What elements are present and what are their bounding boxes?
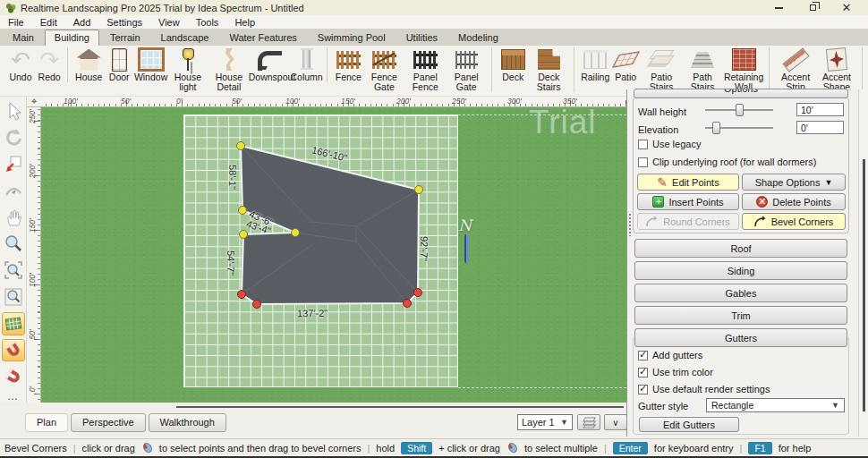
ribbon-tab[interactable]: Water Features [219,30,306,46]
checkbox-row[interactable]: Use legacy [638,139,701,149]
ribbon-tab[interactable]: Terrain [100,30,150,46]
toolbar-button[interactable]: Panel Gate [446,47,492,92]
bevel-corners-button[interactable]: Bevel Corners [742,213,846,230]
checkbox[interactable] [638,157,648,167]
insert-points-button[interactable]: + Insert Points [637,193,739,210]
toolbar-label: Undo [9,72,31,82]
ruler-label: 250' [452,97,466,106]
ruler-label: 350' [563,97,577,106]
shape-options-button[interactable]: Shape Options ▼ [742,174,846,191]
section-button[interactable]: Siding [634,261,847,280]
palette-more-ellipsis[interactable]: … [7,390,19,403]
menu-item[interactable]: Help [226,15,263,29]
view-tab[interactable]: Walkthrough [149,413,226,432]
toolbar-button[interactable]: Fence Gate [363,47,404,92]
elevation-slider[interactable] [705,122,773,134]
toolbar-button[interactable]: Column [291,47,328,82]
toolbar-button[interactable]: House Detail [208,47,250,92]
rotate-tool-icon[interactable] [2,126,25,149]
toolbar-button[interactable]: Accent Shape [816,47,863,92]
ribbon-tab[interactable]: Modeling [448,30,508,46]
toolbar-button[interactable]: Downspout [250,47,291,82]
checkbox-row[interactable]: Clip underlying roof (for wall dormers) [638,157,816,167]
titlebar: Realtime Landscaping Pro 2025 Trial by I… [0,0,868,15]
menu-item[interactable]: Edit [32,15,65,29]
panel-scrollbar[interactable] [858,89,868,437]
ribbon-tab[interactable]: Utilities [396,30,447,46]
checkbox-row[interactable]: Use default render settings [638,384,770,394]
layer-select[interactable]: Layer 1 ▼ [517,414,573,430]
section-button[interactable]: Roof [634,239,847,258]
view-tab[interactable]: Perspective [71,413,145,432]
menu-item[interactable]: View [150,15,188,29]
layers-button[interactable] [577,414,600,430]
ribbon-tab[interactable]: Main [3,30,44,46]
edit-points-button[interactable]: ✎ Edit Points [637,174,739,191]
ribbon-tab[interactable]: Building [45,30,99,46]
toolbar-label: Fence Gate [365,72,403,92]
close-button[interactable]: ✕ [841,3,852,13]
zoom-tool-icon[interactable] [2,233,25,256]
checkbox-row[interactable]: Add gutters [638,350,702,360]
wall-height-input[interactable]: 10' [796,103,844,116]
curve-tool-icon[interactable] [2,179,25,202]
toolbar-button[interactable]: Accent Strip [775,47,816,92]
checkbox-row[interactable]: Use trim color [638,367,713,377]
expand-button[interactable]: ∨ [604,414,627,430]
toolbar-button[interactable]: Redo [36,47,68,82]
view-tab[interactable]: Plan [25,413,68,432]
checkbox[interactable] [638,351,648,360]
menu-item[interactable]: File [0,15,32,29]
zoom-region-tool-icon[interactable] [2,259,25,282]
toolbar-button[interactable]: Door [104,47,134,82]
ruler-label: 100' [285,97,300,106]
checkbox[interactable] [638,140,648,149]
toolbar-button[interactable]: Path Stairs [682,47,723,92]
options-header-button[interactable]: Options [634,89,848,98]
magnet-snap-toggle[interactable] [2,339,25,362]
toolbar-button[interactable]: Deck Stairs [528,47,574,92]
restore-button[interactable] [807,3,818,13]
grid-snap-toggle[interactable] [2,312,25,335]
toolbar-label: Downspout [249,72,292,82]
panel-splitter-handle[interactable] [628,213,632,236]
pan-tool-icon[interactable] [2,206,25,229]
toolbar-button[interactable]: Railing [580,47,610,82]
toolbar-button[interactable]: Undo [5,47,36,82]
toolbar-button[interactable]: Fence [333,47,363,82]
canvas-scrollbar[interactable] [176,406,624,408]
toolbar-button[interactable]: Window [134,47,167,82]
scale-tool-icon[interactable] [2,152,25,175]
edit-gutters-button[interactable]: Edit Gutters [639,417,739,432]
section-button[interactable]: Trim [634,306,847,325]
menu-item[interactable]: Tools [188,15,227,29]
select-tool-icon[interactable] [2,99,25,123]
checkbox[interactable] [638,368,648,377]
menu-item[interactable]: Add [65,15,99,29]
delete-x-icon: ✕ [756,196,768,208]
toolbar-button[interactable]: Patio [610,47,641,82]
ribbon-tab[interactable]: Swimming Pool [308,30,396,46]
delete-points-button[interactable]: ✕ Delete Points [742,193,846,210]
plan-canvas[interactable]: Trial 166'-10"58'-1"43'-6"43'-4"92'-7"54… [41,107,626,403]
ribbon-tab[interactable]: Landscape [151,30,219,46]
ruler-label: 150' [28,216,37,234]
gutter-style-select[interactable]: Rectangle ▼ [706,398,845,412]
mouse-icon [506,442,518,454]
zoom-extents-tool-icon[interactable] [2,285,25,309]
bevel-corner-icon [754,216,767,227]
wall-height-slider[interactable] [705,104,773,116]
scrollbar-thumb[interactable] [863,159,865,411]
toolbar-button[interactable]: Panel Fence [404,47,446,92]
object-snap-toggle[interactable] [2,365,25,388]
elevation-input[interactable]: 0' [796,121,844,134]
toolbar-button[interactable]: Retaining Wall [723,47,770,92]
minimize-button[interactable] [773,3,784,13]
section-button[interactable]: Gables [634,284,847,302]
toolbar-button[interactable]: Patio Stairs [641,47,682,92]
toolbar-button[interactable]: House [73,47,104,82]
toolbar-button[interactable]: House light [167,47,208,92]
checkbox[interactable] [638,385,648,394]
menu-item[interactable]: Settings [98,15,150,29]
toolbar-button[interactable]: Deck [498,47,528,82]
